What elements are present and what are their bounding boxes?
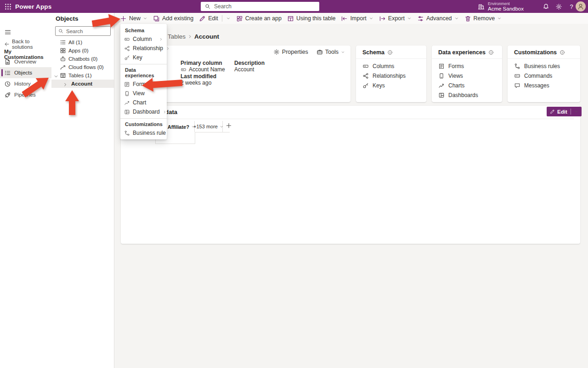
- command-export[interactable]: Export: [377, 13, 414, 24]
- key-icon: [124, 55, 130, 61]
- settings-button[interactable]: [552, 0, 565, 13]
- search-icon: [205, 4, 210, 9]
- card-link-dashboards[interactable]: Dashboards: [432, 90, 502, 100]
- waffle-icon: [5, 3, 11, 10]
- command-using-this-table[interactable]: Using this table: [285, 13, 338, 24]
- chevron-down-icon: [143, 16, 147, 21]
- command-import[interactable]: Import: [339, 13, 375, 24]
- menu-section-customizations: Customizations: [120, 119, 167, 128]
- tree-item-chatbots[interactable]: Chatbots (0): [51, 55, 114, 63]
- breadcrumb-tables[interactable]: Tables: [168, 33, 186, 40]
- tree-item-tables[interactable]: Tables (1): [51, 71, 114, 80]
- add-existing-icon: [153, 15, 160, 22]
- schema-card: Schema ColumnsRelationshipsKeys: [356, 46, 426, 102]
- business-rule-icon: [124, 130, 130, 136]
- columns-and-data-card: Account columns and data Edit Is Affilia…: [121, 106, 580, 244]
- breadcrumb-account: Account: [194, 33, 219, 40]
- card-link-columns[interactable]: Columns: [356, 61, 426, 71]
- card-link-commands[interactable]: Commands: [508, 71, 580, 80]
- menu-item-column[interactable]: Column: [120, 34, 167, 44]
- top-bar: Power Apps Environment Acme Sandbox ?: [0, 0, 588, 13]
- menu-item-business-rule[interactable]: Business rule: [120, 128, 167, 138]
- top-search-input[interactable]: [213, 3, 319, 10]
- advanced-icon: [417, 15, 424, 22]
- tree-item-cloud-flows[interactable]: Cloud flows (0): [51, 63, 114, 71]
- divider: [222, 15, 222, 22]
- menu-item-dashboard[interactable]: Dashboard: [120, 107, 167, 116]
- edit-data-button[interactable]: Edit: [547, 107, 582, 116]
- create-app-icon: [236, 15, 243, 22]
- column-icon: [124, 36, 130, 42]
- chevron-right-icon: [187, 34, 192, 39]
- person-icon: [577, 3, 584, 10]
- card-link-relationships[interactable]: Relationships: [356, 71, 426, 80]
- card-title: Schema: [362, 49, 384, 56]
- card-title: Data experiences: [438, 49, 486, 56]
- selected-indicator: [1, 69, 3, 76]
- add-column-button[interactable]: [226, 122, 232, 131]
- tree-item-account[interactable]: Account: [51, 80, 114, 88]
- messages-icon: [514, 82, 520, 89]
- command-remove[interactable]: Remove: [462, 13, 504, 24]
- chevron-right-icon: [159, 82, 163, 86]
- more-columns-button[interactable]: +153 more: [194, 121, 223, 132]
- card-link-views[interactable]: Views: [432, 71, 502, 80]
- apps-icon: [60, 47, 66, 54]
- chevron-down-icon: [53, 74, 59, 79]
- all-icon: [60, 39, 66, 46]
- customizations-card: Customizations Business rulesCommandsMes…: [508, 46, 580, 102]
- pipelines-icon: [4, 92, 11, 98]
- top-search[interactable]: [201, 2, 319, 11]
- form-icon: [124, 81, 130, 87]
- chatbots-icon: [60, 56, 66, 62]
- avatar[interactable]: [576, 1, 586, 12]
- card-link-charts[interactable]: Charts: [432, 80, 502, 90]
- chevron-right-icon: [163, 110, 167, 114]
- collapse-nav-button[interactable]: [3, 27, 13, 37]
- menu-item-view[interactable]: View: [120, 89, 167, 98]
- sidebar-item-overview[interactable]: Overview: [0, 56, 51, 67]
- plus-icon: [226, 122, 232, 129]
- menu-item-form[interactable]: Form: [120, 80, 167, 89]
- tools-button[interactable]: Tools: [317, 49, 345, 55]
- command-add-existing[interactable]: Add existing: [151, 13, 196, 24]
- environment-switcher[interactable]: Environment Acme Sandbox: [478, 0, 524, 13]
- command-edit[interactable]: Edit: [197, 13, 233, 24]
- notifications-button[interactable]: [539, 0, 552, 13]
- waffle-menu-button[interactable]: [0, 0, 16, 13]
- properties-button[interactable]: Properties: [273, 49, 308, 55]
- column-icon: [362, 63, 369, 69]
- menu-item-relationship[interactable]: Relationship: [120, 44, 167, 53]
- card-link-forms[interactable]: Forms: [432, 61, 502, 71]
- tree-item-all[interactable]: All (1): [51, 38, 114, 46]
- chart-icon: [438, 82, 445, 89]
- chevron-down-icon: [497, 16, 502, 21]
- card-link-business-rules[interactable]: Business rules: [508, 61, 580, 71]
- description-label: Description: [234, 60, 265, 66]
- command-new[interactable]: New: [118, 13, 150, 24]
- sidebar-item-objects[interactable]: Objects: [0, 67, 51, 78]
- info-icon: [488, 50, 494, 55]
- back-to-solutions-link[interactable]: Back to solutions: [4, 39, 51, 50]
- primary-column-value: Account Name: [181, 66, 225, 73]
- tree-item-apps[interactable]: Apps (0): [51, 46, 114, 55]
- new-dropdown-menu: Schema Column Relationship Key Data expe…: [120, 24, 167, 139]
- chevron-down-icon: [407, 16, 412, 21]
- sidebar-item-history[interactable]: History: [0, 78, 51, 89]
- menu-item-key[interactable]: Key: [120, 53, 167, 62]
- dashboard-icon: [124, 109, 130, 115]
- info-icon: [387, 50, 393, 55]
- data-experiences-card: Data experiences FormsViewsChartsDashboa…: [432, 46, 502, 102]
- command-create-an-app[interactable]: Create an app: [234, 13, 284, 24]
- tools-icon: [317, 49, 323, 55]
- last-modified-value: 2 weeks ago: [181, 80, 211, 86]
- export-icon: [379, 15, 386, 22]
- command-advanced[interactable]: Advanced: [415, 13, 461, 24]
- card-link-keys[interactable]: Keys: [356, 80, 426, 90]
- menu-item-chart[interactable]: Chart: [120, 98, 167, 107]
- cloud-flows-icon: [60, 64, 66, 70]
- card-link-messages[interactable]: Messages: [508, 80, 580, 90]
- left-sidebar: Back to solutions My Customizations Over…: [0, 13, 52, 368]
- back-arrow-icon: [4, 41, 10, 47]
- sidebar-item-pipelines[interactable]: Pipelines: [0, 89, 51, 100]
